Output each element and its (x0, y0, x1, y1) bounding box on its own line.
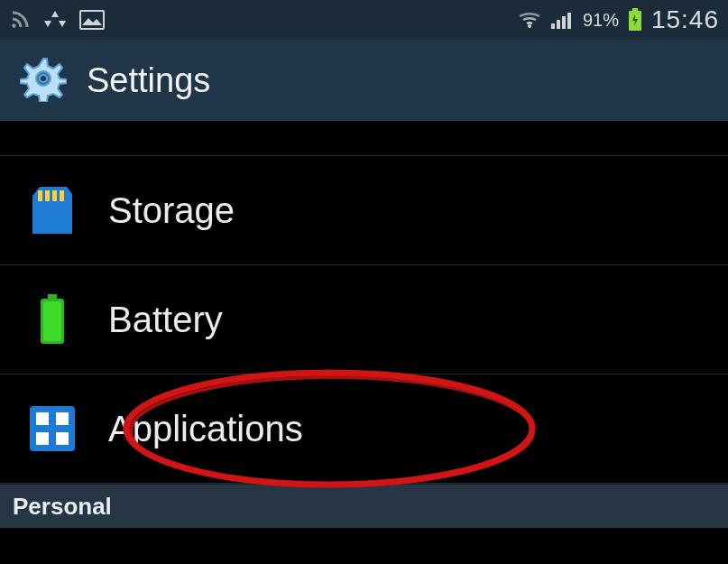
svg-rect-14 (52, 190, 57, 201)
svg-rect-13 (45, 190, 50, 201)
svg-rect-3 (551, 23, 555, 29)
svg-rect-12 (38, 190, 42, 201)
battery-icon (628, 8, 642, 32)
title-bar: Settings (0, 40, 728, 123)
signal-icon (550, 10, 574, 30)
list-item-applications[interactable]: Applications (0, 374, 728, 484)
apps-grid-icon (27, 403, 78, 454)
rss-icon (9, 9, 31, 31)
settings-screen: 91% 15:46 Settings (0, 0, 728, 564)
svg-rect-20 (36, 412, 49, 425)
svg-rect-5 (562, 16, 566, 29)
sd-card-icon (27, 185, 78, 236)
list-item-label: Battery (108, 300, 223, 340)
svg-rect-22 (36, 432, 49, 445)
list-item-label: Applications (108, 409, 303, 449)
status-right: 91% 15:46 (518, 5, 719, 34)
svg-point-0 (12, 23, 15, 27)
list-item-battery[interactable]: Battery (0, 265, 728, 374)
svg-rect-6 (567, 13, 571, 29)
battery-percent: 91% (583, 10, 619, 31)
status-clock: 15:46 (651, 5, 719, 34)
recycle-icon (43, 9, 67, 31)
svg-point-11 (40, 75, 47, 82)
gear-icon (20, 55, 67, 106)
wifi-icon (518, 11, 541, 29)
picture-icon (79, 10, 105, 30)
svg-rect-4 (557, 20, 560, 29)
svg-rect-15 (60, 190, 64, 201)
svg-rect-7 (632, 8, 638, 11)
svg-rect-18 (43, 301, 61, 341)
svg-point-2 (528, 24, 531, 28)
svg-rect-21 (56, 412, 69, 425)
list-item-partial[interactable] (0, 123, 728, 156)
svg-rect-23 (56, 432, 69, 445)
svg-rect-1 (80, 11, 104, 29)
settings-list: Storage Battery (0, 123, 728, 528)
status-left (9, 9, 105, 31)
list-item-label: Storage (108, 190, 235, 231)
section-header-label: Personal (13, 493, 112, 521)
page-title: Settings (87, 61, 210, 100)
section-header-personal: Personal (0, 484, 728, 528)
list-item-storage[interactable]: Storage (0, 156, 728, 265)
svg-rect-16 (48, 294, 57, 299)
battery-full-icon (27, 294, 78, 345)
status-bar: 91% 15:46 (0, 0, 728, 40)
